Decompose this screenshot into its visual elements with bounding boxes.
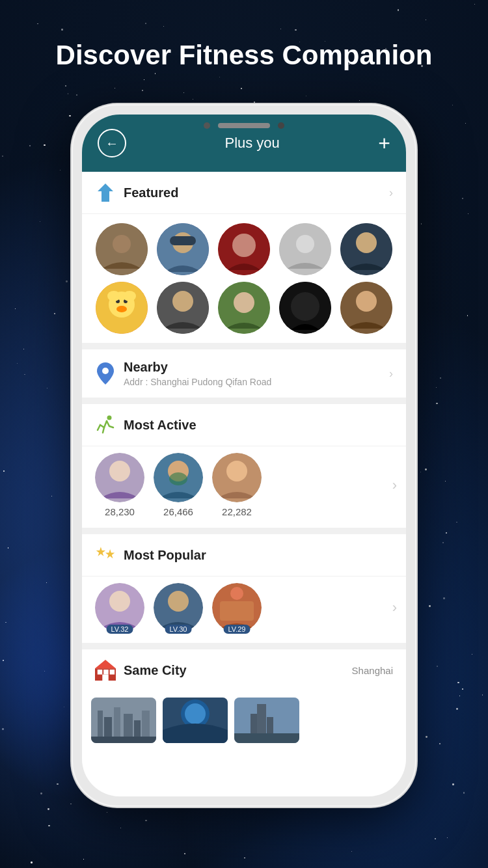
svg-point-3 — [113, 235, 131, 253]
phone-notch — [204, 122, 284, 129]
most-active-section: Most Active 28,230 — [82, 404, 406, 528]
popular-more-chevron[interactable]: › — [390, 599, 400, 616]
app-content: Featured › — [82, 172, 406, 796]
divider-3 — [82, 528, 406, 534]
featured-row-2 — [91, 282, 397, 334]
svg-point-31 — [109, 461, 130, 481]
svg-point-25 — [291, 292, 319, 321]
phone-screen: ← Plus you + Featured › — [82, 115, 406, 796]
svg-point-34 — [169, 472, 187, 485]
avatar[interactable] — [157, 223, 209, 275]
same-city-content — [82, 691, 406, 750]
svg-point-21 — [172, 291, 193, 312]
active-user-3[interactable]: 22,282 — [212, 453, 262, 517]
divider-2 — [82, 398, 406, 404]
active-avatar-3 — [212, 453, 262, 502]
svg-rect-67 — [234, 733, 299, 743]
avatar[interactable] — [279, 223, 331, 275]
avatar[interactable] — [279, 282, 331, 334]
svg-point-19 — [123, 291, 136, 301]
svg-rect-51 — [102, 675, 108, 681]
active-icon — [95, 414, 116, 435]
active-more-chevron[interactable]: › — [390, 477, 400, 494]
nearby-row[interactable]: Nearby Addr : Shanghai Pudong Qifan Road… — [82, 349, 406, 398]
add-button[interactable]: + — [378, 133, 390, 154]
featured-chevron: › — [389, 186, 393, 200]
featured-row-1 — [91, 223, 397, 275]
phone-frame: ← Plus you + Featured › — [72, 104, 416, 807]
featured-header[interactable]: Featured › — [82, 172, 406, 214]
svg-rect-49 — [110, 670, 115, 675]
popular-user-1[interactable]: LV.32 — [95, 583, 144, 632]
active-count-1: 28,230 — [105, 506, 135, 517]
avatar[interactable] — [218, 223, 270, 275]
svg-marker-50 — [95, 660, 116, 668]
city-thumb-2[interactable] — [163, 698, 228, 743]
svg-rect-59 — [91, 737, 156, 743]
svg-rect-48 — [103, 670, 109, 675]
level-badge-1: LV.32 — [107, 625, 133, 634]
avatar[interactable] — [157, 282, 209, 334]
popular-content: LV.32 — [82, 576, 406, 643]
nearby-text: Nearby Addr : Shanghai Pudong Qifan Road — [124, 360, 389, 387]
city-thumb-3[interactable] — [234, 698, 299, 743]
most-popular-header: Most Popular — [82, 534, 406, 576]
most-popular-label: Most Popular — [124, 548, 393, 563]
featured-label: Featured — [124, 185, 389, 200]
featured-avatars-grid — [82, 214, 406, 343]
svg-rect-1 — [102, 199, 109, 202]
popular-avatar-wrap-3: LV.29 — [212, 583, 262, 632]
level-badge-2: LV.30 — [165, 625, 192, 634]
popular-user-3[interactable]: LV.29 — [212, 583, 262, 632]
divider-4 — [82, 643, 406, 649]
avatar[interactable] — [340, 282, 392, 334]
popular-users-list: LV.32 — [88, 583, 390, 632]
back-button[interactable]: ← — [98, 129, 126, 157]
nearby-title: Nearby — [124, 360, 389, 375]
avatar[interactable] — [96, 223, 148, 275]
svg-rect-47 — [98, 670, 103, 675]
svg-point-27 — [356, 291, 377, 312]
location-icon — [95, 363, 116, 384]
city-thumb-1[interactable] — [91, 698, 156, 743]
same-city-section: Same City Shanghai — [82, 649, 406, 750]
svg-marker-37 — [96, 547, 105, 556]
most-active-header: Most Active — [82, 404, 406, 446]
active-user-2[interactable]: 26,466 — [154, 453, 203, 517]
svg-point-12 — [356, 232, 377, 253]
active-users-list: 28,230 26,466 — [88, 453, 390, 517]
svg-point-29 — [107, 416, 112, 420]
svg-point-36 — [226, 461, 247, 481]
svg-marker-0 — [98, 183, 113, 199]
city-icon — [95, 660, 116, 681]
popular-user-2[interactable]: LV.30 — [154, 583, 203, 632]
phone-dot — [204, 122, 210, 129]
nearby-section: Nearby Addr : Shanghai Pudong Qifan Road… — [82, 349, 406, 398]
avatar[interactable] — [96, 282, 148, 334]
featured-icon — [95, 182, 116, 203]
popular-icon — [95, 545, 116, 565]
same-city-header[interactable]: Same City Shanghai — [82, 649, 406, 691]
avatar[interactable] — [340, 223, 392, 275]
svg-point-18 — [107, 291, 120, 301]
popular-avatar-wrap-2: LV.30 — [154, 583, 203, 632]
svg-point-62 — [185, 703, 206, 724]
back-icon: ← — [105, 136, 118, 151]
active-user-1[interactable]: 28,230 — [95, 453, 144, 517]
svg-point-10 — [296, 235, 314, 253]
same-city-label: Same City — [124, 663, 347, 678]
most-popular-section: Most Popular — [82, 534, 406, 643]
svg-marker-38 — [105, 549, 115, 558]
active-count-3: 22,282 — [222, 506, 252, 517]
most-active-label: Most Active — [124, 418, 393, 433]
svg-rect-6 — [170, 236, 196, 245]
same-city-name: Shanghai — [352, 665, 393, 676]
svg-point-44 — [230, 587, 243, 600]
active-count-2: 26,466 — [163, 506, 193, 517]
avatar[interactable] — [218, 282, 270, 334]
svg-rect-45 — [220, 601, 254, 621]
svg-point-17 — [116, 306, 127, 312]
active-avatar-1 — [95, 453, 144, 502]
active-content: 28,230 26,466 — [82, 446, 406, 528]
level-badge-3: LV.29 — [224, 625, 251, 634]
